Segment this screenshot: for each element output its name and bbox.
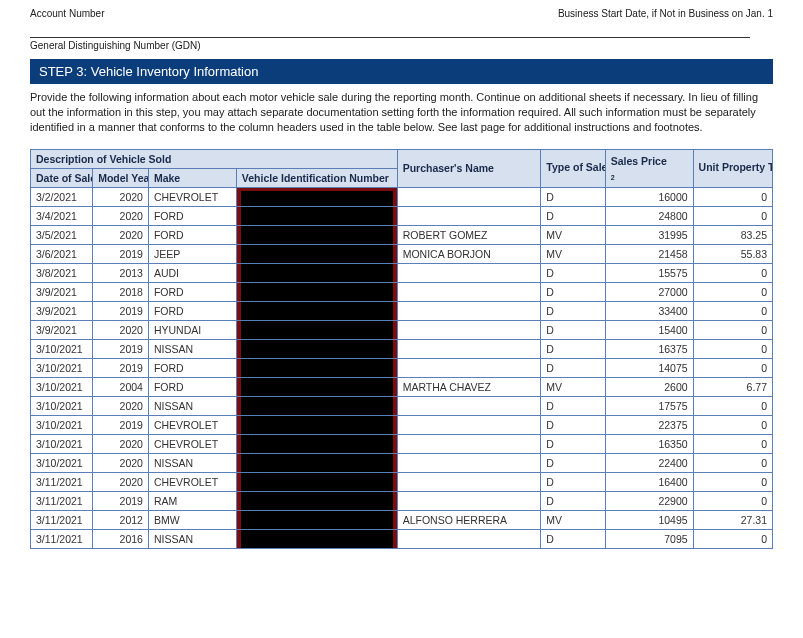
- cell-year: 2019: [93, 244, 149, 263]
- cell-tax: 0: [693, 301, 772, 320]
- cell-price: 14075: [605, 358, 693, 377]
- cell-date: 3/11/2021: [31, 472, 93, 491]
- cell-date: 3/10/2021: [31, 339, 93, 358]
- cell-tax: 55.83: [693, 244, 772, 263]
- cell-price: 16350: [605, 434, 693, 453]
- col-vin: Vehicle Identification Number: [236, 168, 397, 187]
- cell-make: NISSAN: [148, 453, 236, 472]
- cell-date: 3/9/2021: [31, 301, 93, 320]
- table-row: 3/9/20212019FORDD334000: [31, 301, 773, 320]
- cell-type: D: [541, 529, 605, 548]
- cell-make: FORD: [148, 301, 236, 320]
- cell-make: FORD: [148, 206, 236, 225]
- table-row: 3/8/20212013AUDID155750: [31, 263, 773, 282]
- col-unit-property-tax: Unit Property Tax 3: [693, 149, 772, 187]
- step-3-bar: STEP 3: Vehicle Inventory Information: [30, 59, 773, 84]
- cell-year: 2020: [93, 396, 149, 415]
- cell-tax: 0: [693, 206, 772, 225]
- footnote-2: 2: [611, 174, 615, 181]
- cell-type: MV: [541, 510, 605, 529]
- business-start-date-label: Business Start Date, if Not in Business …: [558, 8, 773, 19]
- cell-date: 3/10/2021: [31, 377, 93, 396]
- cell-purchaser: [397, 263, 541, 282]
- cell-price: 15400: [605, 320, 693, 339]
- cell-date: 3/6/2021: [31, 244, 93, 263]
- cell-price: 7095: [605, 529, 693, 548]
- cell-purchaser: [397, 453, 541, 472]
- table-row: 3/5/20212020FORDROBERT GOMEZMV3199583.25: [31, 225, 773, 244]
- table-row: 3/9/20212020HYUNDAID154000: [31, 320, 773, 339]
- table-row: 3/2/20212020CHEVROLETD160000: [31, 187, 773, 206]
- cell-price: 22400: [605, 453, 693, 472]
- cell-year: 2020: [93, 434, 149, 453]
- cell-tax: 0: [693, 434, 772, 453]
- cell-make: FORD: [148, 282, 236, 301]
- cell-price: 15575: [605, 263, 693, 282]
- cell-tax: 83.25: [693, 225, 772, 244]
- cell-vin-redacted: [236, 244, 397, 263]
- col-type-label: Type of Sale: [546, 161, 605, 173]
- cell-purchaser: [397, 529, 541, 548]
- cell-type: MV: [541, 225, 605, 244]
- cell-tax: 0: [693, 358, 772, 377]
- cell-year: 2019: [93, 339, 149, 358]
- cell-make: CHEVROLET: [148, 415, 236, 434]
- cell-purchaser: [397, 491, 541, 510]
- cell-tax: 0: [693, 453, 772, 472]
- cell-tax: 0: [693, 491, 772, 510]
- cell-price: 22375: [605, 415, 693, 434]
- cell-date: 3/8/2021: [31, 263, 93, 282]
- cell-tax: 0: [693, 282, 772, 301]
- cell-purchaser: [397, 301, 541, 320]
- cell-type: D: [541, 358, 605, 377]
- cell-purchaser: [397, 396, 541, 415]
- cell-vin-redacted: [236, 339, 397, 358]
- cell-vin-redacted: [236, 472, 397, 491]
- cell-type: D: [541, 396, 605, 415]
- table-row: 3/10/20212020NISSAND175750: [31, 396, 773, 415]
- cell-price: 17575: [605, 396, 693, 415]
- instructions-text: Provide the following information about …: [30, 90, 773, 135]
- cell-date: 3/2/2021: [31, 187, 93, 206]
- cell-vin-redacted: [236, 529, 397, 548]
- cell-date: 3/10/2021: [31, 434, 93, 453]
- table-row: 3/10/20212019NISSAND163750: [31, 339, 773, 358]
- cell-year: 2020: [93, 206, 149, 225]
- cell-make: NISSAN: [148, 396, 236, 415]
- cell-vin-redacted: [236, 377, 397, 396]
- cell-date: 3/10/2021: [31, 396, 93, 415]
- cell-purchaser: [397, 320, 541, 339]
- cell-purchaser: ROBERT GOMEZ: [397, 225, 541, 244]
- col-model-year: Model Year: [93, 168, 149, 187]
- cell-vin-redacted: [236, 358, 397, 377]
- cell-vin-redacted: [236, 225, 397, 244]
- cell-date: 3/9/2021: [31, 282, 93, 301]
- col-purchaser: Purchaser's Name: [397, 149, 541, 187]
- cell-purchaser: [397, 472, 541, 491]
- cell-vin-redacted: [236, 491, 397, 510]
- cell-purchaser: MARTHA CHAVEZ: [397, 377, 541, 396]
- col-price-label: Sales Price: [611, 155, 667, 167]
- cell-vin-redacted: [236, 453, 397, 472]
- table-row: 3/11/20212019RAMD229000: [31, 491, 773, 510]
- cell-purchaser: [397, 282, 541, 301]
- cell-type: MV: [541, 377, 605, 396]
- cell-year: 2019: [93, 301, 149, 320]
- table-row: 3/10/20212019CHEVROLETD223750: [31, 415, 773, 434]
- cell-price: 16400: [605, 472, 693, 491]
- cell-date: 3/10/2021: [31, 358, 93, 377]
- table-row: 3/11/20212016NISSAND70950: [31, 529, 773, 548]
- cell-tax: 0: [693, 415, 772, 434]
- cell-date: 3/11/2021: [31, 529, 93, 548]
- table-row: 3/11/20212020CHEVROLETD164000: [31, 472, 773, 491]
- cell-purchaser: [397, 358, 541, 377]
- cell-price: 33400: [605, 301, 693, 320]
- cell-make: CHEVROLET: [148, 472, 236, 491]
- cell-vin-redacted: [236, 282, 397, 301]
- cell-type: D: [541, 472, 605, 491]
- table-row: 3/10/20212020CHEVROLETD163500: [31, 434, 773, 453]
- cell-tax: 0: [693, 320, 772, 339]
- cell-type: D: [541, 491, 605, 510]
- cell-year: 2013: [93, 263, 149, 282]
- cell-year: 2020: [93, 225, 149, 244]
